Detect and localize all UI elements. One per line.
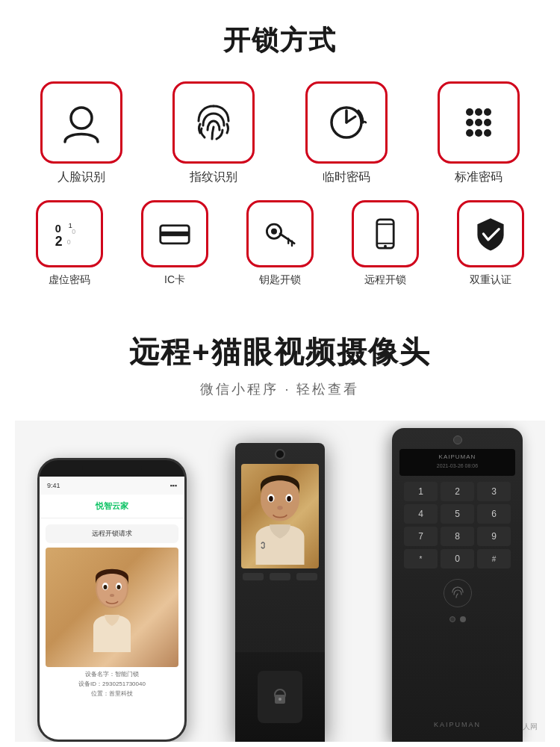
lock-screen-btn-3[interactable] xyxy=(296,573,317,580)
indicator-area xyxy=(399,616,515,622)
ic-card-label: IC卡 xyxy=(164,273,185,287)
screen-face-svg xyxy=(246,468,314,565)
key-5[interactable]: 5 xyxy=(441,504,474,524)
key-2[interactable]: 2 xyxy=(441,482,474,501)
svg-point-33 xyxy=(104,585,108,589)
svg-point-41 xyxy=(277,506,282,510)
fingerprint-sensor[interactable] xyxy=(444,579,472,607)
svg-point-8 xyxy=(475,119,482,126)
svg-point-4 xyxy=(466,108,473,116)
lock-screen-display xyxy=(241,464,319,568)
key-8[interactable]: 8 xyxy=(441,527,474,546)
indicator-2 xyxy=(460,616,466,622)
lock-grip-icon xyxy=(269,686,291,708)
fingerprint-icon-box xyxy=(172,81,255,164)
virtual-pw-icon-box: 0 1 0 2 0 xyxy=(36,200,103,267)
key-star[interactable]: * xyxy=(404,549,438,568)
svg-point-12 xyxy=(484,129,491,137)
app-info-section: 设备名字：智能门锁 设备ID：2930251730040 位置：首里科技 xyxy=(46,667,178,701)
ic-card-icon-box xyxy=(141,200,208,267)
indicator-1 xyxy=(449,616,455,622)
phone-status-bar: 9:41 ▪▪▪ xyxy=(40,477,184,495)
phone-icon xyxy=(367,216,403,252)
svg-point-40 xyxy=(287,496,291,501)
icon-item-temp-pw: 临时密码 xyxy=(284,81,409,185)
camera-area xyxy=(241,449,319,459)
icon-item-face: 人脸识别 xyxy=(19,81,144,185)
lock-screen-device xyxy=(235,443,325,742)
face-label: 人脸识别 xyxy=(57,170,105,185)
svg-point-35 xyxy=(110,594,114,597)
svg-point-9 xyxy=(484,119,491,126)
lock-screen-top xyxy=(235,443,325,586)
lock-camera-area xyxy=(399,436,515,444)
key-3[interactable]: 3 xyxy=(477,482,511,501)
svg-rect-19 xyxy=(161,232,189,236)
phone-notch xyxy=(82,460,142,477)
person-silhouette xyxy=(86,562,138,652)
svg-point-44 xyxy=(279,698,281,701)
icon-item-std-pw: 标准密码 xyxy=(417,81,542,185)
grip-center xyxy=(235,652,325,742)
lock-display: KAIPUMAN 2021-03-26 08:06 xyxy=(399,449,515,476)
shield-icon xyxy=(473,216,508,252)
key-hash[interactable]: # xyxy=(477,549,511,568)
icon-item-ic-card: IC卡 xyxy=(124,200,225,287)
svg-text:2: 2 xyxy=(55,234,63,249)
key-1[interactable]: 1 xyxy=(404,482,438,501)
icons-grid-row2: 0 1 0 2 0 虚位密码 IC卡 xyxy=(19,200,541,287)
std-pw-label: 标准密码 xyxy=(455,170,503,185)
lock-camera xyxy=(453,436,462,444)
brand-bottom: KAIPUMAN xyxy=(392,716,523,730)
key-4[interactable]: 4 xyxy=(404,504,438,524)
lock-screen-btn-1[interactable] xyxy=(243,573,264,580)
key-label: 钥匙开锁 xyxy=(259,273,301,287)
app-header: 悦智云家 xyxy=(40,495,184,518)
card-icon xyxy=(157,216,193,252)
key-0[interactable]: 0 xyxy=(441,549,474,568)
section-title: 开锁方式 xyxy=(15,22,545,59)
icon-item-fingerprint: 指纹识别 xyxy=(152,81,277,185)
lock-screen-buttons xyxy=(241,573,319,580)
face-icon-box xyxy=(40,81,122,164)
key-6[interactable]: 6 xyxy=(477,504,511,524)
app-request-banner: 远程开锁请求 xyxy=(46,524,178,543)
lock-date: 2021-03-26 08:06 xyxy=(404,463,511,468)
svg-point-5 xyxy=(475,108,482,116)
fingerprint-sensor-icon xyxy=(450,586,465,601)
icon-item-virtual-pw: 0 1 0 2 0 虚位密码 xyxy=(19,200,120,287)
temp-pw-icon-box xyxy=(305,81,388,164)
svg-text:0: 0 xyxy=(72,228,75,235)
fingerprint-icon xyxy=(191,100,236,145)
svg-text:0: 0 xyxy=(55,223,61,235)
svg-point-30 xyxy=(97,571,127,607)
icon-item-remote: 远程开锁 xyxy=(335,200,436,287)
svg-text:0: 0 xyxy=(67,238,71,246)
status-icons: ▪▪▪ xyxy=(169,482,177,489)
fingerprint-area xyxy=(399,579,515,607)
remote-section: 远程+猫眼视频摄像头 微信小程序 · 轻松查看 9:41 ▪▪▪ 悦智云家 远程… xyxy=(0,302,560,742)
remote-title: 远程+猫眼视频摄像头 xyxy=(15,332,545,373)
brand-bottom-text: KAIPUMAN xyxy=(434,721,481,728)
phone-mockup: 9:41 ▪▪▪ 悦智云家 远程开锁请求 xyxy=(37,458,187,742)
key-icon xyxy=(262,216,298,252)
dual-auth-label: 双重认证 xyxy=(470,273,511,287)
grid-icon xyxy=(456,100,501,145)
svg-point-0 xyxy=(71,108,92,128)
svg-point-10 xyxy=(466,129,473,137)
svg-line-3 xyxy=(346,117,355,123)
virtual-icon: 0 1 0 2 0 xyxy=(52,216,87,252)
key-9[interactable]: 9 xyxy=(477,527,511,546)
face-icon xyxy=(59,100,104,145)
screen-face-img xyxy=(241,464,319,568)
key-7[interactable]: 7 xyxy=(404,527,438,546)
app-face-container xyxy=(46,548,178,667)
svg-point-7 xyxy=(466,119,473,126)
lock-screen-btn-2[interactable] xyxy=(270,573,290,580)
product-area: 9:41 ▪▪▪ 悦智云家 远程开锁请求 xyxy=(15,421,545,742)
svg-point-34 xyxy=(117,585,121,589)
svg-point-28 xyxy=(384,245,387,248)
lock-grip xyxy=(235,652,325,742)
remote-icon-box xyxy=(352,200,419,267)
fingerprint-label: 指纹识别 xyxy=(190,170,237,185)
